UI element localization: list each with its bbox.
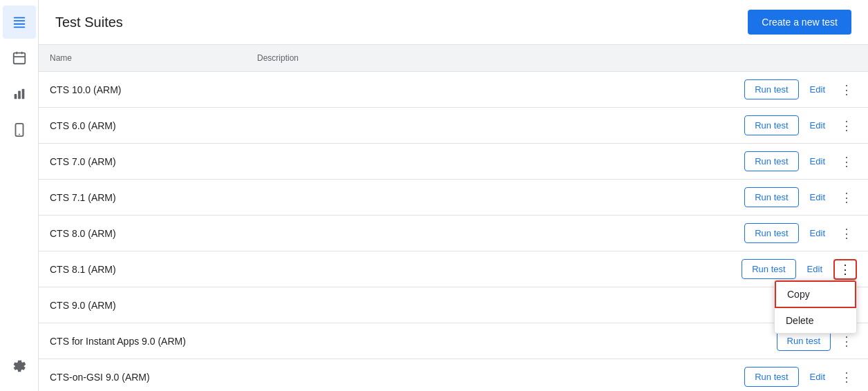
edit-button[interactable]: Edit [804, 80, 831, 99]
row-name: CTS for Instant Apps 9.0 (ARM) [50, 336, 186, 347]
svg-rect-5 [16, 52, 17, 55]
row-name: CTS 9.0 (ARM) [50, 300, 116, 311]
more-options-button[interactable]: ⋮ [836, 81, 857, 99]
row-name-cell: CTS 6.0 (ARM) [39, 108, 246, 144]
table-row: CTS 9.0 (ARM)Run test⋮ [39, 287, 868, 323]
svg-rect-6 [21, 52, 22, 55]
sidebar-item-analytics[interactable] [3, 77, 36, 111]
row-description-cell [246, 144, 716, 180]
row-actions: Run test⋮ [727, 331, 857, 351]
row-name: CTS 8.1 (ARM) [50, 264, 116, 275]
test-suites-table-container: Name Description CTS 10.0 (ARM)Run testE… [39, 45, 868, 391]
run-test-button[interactable]: Run test [744, 367, 798, 387]
row-actions-cell: Run testEdit⋮ [716, 72, 868, 108]
sidebar-item-schedule[interactable] [3, 41, 36, 75]
delete-menu-item[interactable]: Delete [775, 308, 856, 333]
table-row: CTS 7.0 (ARM)Run testEdit⋮ [39, 144, 868, 180]
sidebar [0, 0, 39, 391]
row-name: CTS-on-GSI 9.0 (ARM) [50, 372, 150, 383]
calendar-icon [12, 50, 27, 66]
svg-rect-1 [13, 20, 25, 21]
table-row: CTS-on-GSI 9.0 (ARM)Run testEdit⋮ [39, 359, 868, 392]
row-name-cell: CTS-on-GSI 9.0 (ARM) [39, 359, 246, 392]
row-actions-cell: Run testEdit⋮ [716, 108, 868, 144]
dropdown-container: ⋮CopyDelete [833, 259, 857, 280]
edit-button[interactable]: Edit [804, 224, 831, 242]
svg-rect-3 [13, 26, 25, 28]
row-description-cell [246, 287, 716, 323]
row-name-cell: CTS 7.0 (ARM) [39, 144, 246, 180]
row-name: CTS 7.0 (ARM) [50, 156, 116, 167]
row-actions: Run testEdit⋮CopyDelete [727, 259, 857, 280]
svg-rect-2 [13, 23, 25, 25]
row-actions-cell: Run testEdit⋮ [716, 216, 868, 251]
row-actions-cell: Run testEdit⋮ [716, 144, 868, 180]
run-test-button[interactable]: Run test [744, 79, 798, 99]
row-actions: Run testEdit⋮ [727, 151, 857, 171]
smartphone-icon [12, 122, 27, 137]
table-row: CTS 6.0 (ARM)Run testEdit⋮ [39, 108, 868, 144]
page-title: Test Suites [55, 15, 123, 30]
more-options-button[interactable]: ⋮ [836, 117, 857, 135]
row-name-cell: CTS for Instant Apps 9.0 (ARM) [39, 323, 246, 359]
svg-rect-4 [13, 53, 25, 64]
row-actions: Run testEdit⋮ [727, 79, 857, 99]
table-row: CTS 8.0 (ARM)Run testEdit⋮ [39, 216, 868, 251]
row-description-cell [246, 323, 716, 359]
row-description-cell [246, 359, 716, 392]
row-actions: Run testEdit⋮ [727, 223, 857, 243]
row-actions: Run testEdit⋮ [727, 367, 857, 387]
sidebar-item-test-suites[interactable] [3, 6, 36, 39]
row-name: CTS 8.0 (ARM) [50, 228, 116, 239]
row-name: CTS 7.1 (ARM) [50, 192, 116, 203]
row-description-cell [246, 251, 716, 287]
row-name: CTS 10.0 (ARM) [50, 84, 121, 95]
svg-point-12 [19, 134, 20, 135]
page-header: Test Suites Create a new test [39, 0, 868, 45]
run-test-button[interactable]: Run test [742, 259, 795, 279]
edit-button[interactable]: Edit [802, 260, 828, 278]
row-name: CTS 6.0 (ARM) [50, 120, 116, 131]
svg-rect-10 [21, 89, 24, 99]
run-test-button[interactable]: Run test [777, 331, 831, 351]
table-body: CTS 10.0 (ARM)Run testEdit⋮CTS 6.0 (ARM)… [39, 72, 868, 392]
column-name: Name [39, 45, 246, 72]
row-actions-cell: Run testEdit⋮CopyDelete [716, 251, 868, 287]
edit-button[interactable]: Edit [804, 152, 831, 171]
row-name-cell: CTS 7.1 (ARM) [39, 180, 246, 216]
run-test-button[interactable]: Run test [744, 223, 798, 243]
more-options-button[interactable]: ⋮ [836, 368, 857, 386]
more-options-button[interactable]: ⋮ [836, 332, 857, 350]
main-content: Test Suites Create a new test Name Descr… [39, 0, 868, 391]
row-actions-cell: Run testEdit⋮ [716, 180, 868, 216]
more-options-button[interactable]: ⋮ [836, 225, 857, 242]
run-test-button[interactable]: Run test [744, 151, 798, 171]
gear-icon [12, 359, 27, 374]
row-name-cell: CTS 10.0 (ARM) [39, 72, 246, 108]
copy-menu-item[interactable]: Copy [775, 280, 856, 308]
edit-button[interactable]: Edit [804, 116, 831, 135]
row-description-cell [246, 108, 716, 144]
svg-rect-9 [18, 90, 21, 99]
dropdown-menu: CopyDelete [774, 280, 857, 334]
more-options-button[interactable]: ⋮ [833, 259, 857, 280]
test-suites-table: Name Description CTS 10.0 (ARM)Run testE… [39, 45, 868, 391]
more-options-button[interactable]: ⋮ [836, 153, 857, 171]
table-row: CTS for Instant Apps 9.0 (ARM)Run test⋮ [39, 323, 868, 359]
svg-rect-7 [13, 56, 25, 57]
edit-button[interactable]: Edit [804, 368, 831, 386]
row-name-cell: CTS 9.0 (ARM) [39, 287, 246, 323]
more-options-button[interactable]: ⋮ [836, 189, 857, 207]
table-header: Name Description [39, 45, 868, 72]
row-description-cell [246, 216, 716, 251]
run-test-button[interactable]: Run test [744, 187, 798, 207]
bar-chart-icon [12, 86, 27, 102]
sidebar-item-settings[interactable] [3, 350, 36, 383]
row-name-cell: CTS 8.0 (ARM) [39, 216, 246, 251]
row-actions: Run testEdit⋮ [727, 115, 857, 135]
edit-button[interactable]: Edit [804, 188, 831, 207]
sidebar-item-device[interactable] [3, 113, 36, 146]
create-new-test-button[interactable]: Create a new test [748, 10, 851, 35]
run-test-button[interactable]: Run test [744, 115, 798, 135]
svg-rect-8 [14, 94, 17, 99]
